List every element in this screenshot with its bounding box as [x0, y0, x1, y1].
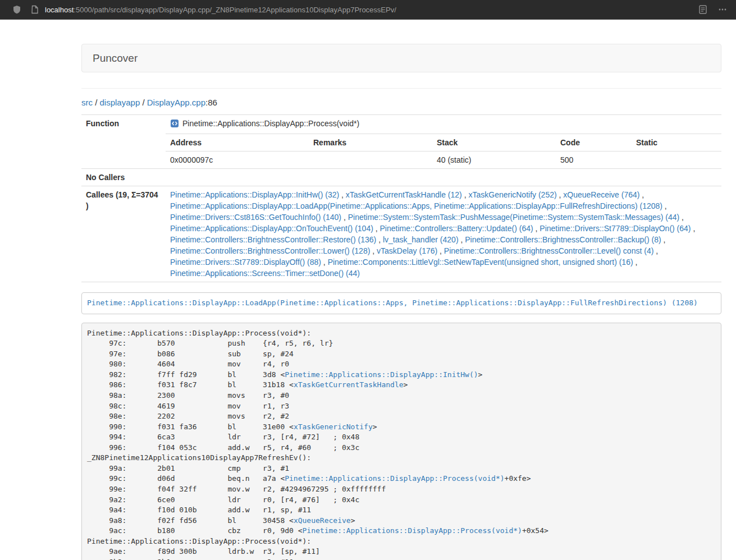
breadcrumb-separator: /: [140, 98, 147, 107]
page-icon[interactable]: [31, 5, 39, 14]
browser-chrome: localhost:5000/path/src/displayapp/Displ…: [0, 0, 736, 20]
address-value: 0x0000097c: [166, 152, 309, 169]
callee-link[interactable]: Pinetime::Controllers::Battery::Update()…: [380, 224, 533, 233]
callee-link[interactable]: xTaskGetCurrentTaskHandle (12): [346, 190, 462, 199]
disassembly-symbol-link[interactable]: xTaskGetCurrentTaskHandle: [294, 380, 404, 389]
callee-link[interactable]: lv_task_handler (420): [383, 235, 459, 244]
callee-link[interactable]: vTaskDelay (176): [377, 246, 437, 255]
shield-icon[interactable]: [12, 5, 21, 14]
breadcrumb-link[interactable]: src: [81, 98, 93, 107]
disassembly-symbol-link[interactable]: Pinetime::Applications::DisplayApp::Init…: [285, 370, 478, 379]
function-icon: [170, 119, 179, 131]
function-label: Function: [81, 115, 166, 169]
disassembly-symbol-link[interactable]: Pinetime::Applications::DisplayApp::Proc…: [303, 526, 522, 535]
loadapp-symbol-link[interactable]: Pinetime::Applications::DisplayApp::Load…: [87, 299, 698, 307]
callee-link[interactable]: Pinetime::Controllers::BrightnessControl…: [465, 235, 661, 244]
app-title: Puncover: [93, 52, 138, 65]
no-callers-row: No Callers: [81, 169, 721, 186]
app-header: Puncover: [81, 44, 721, 72]
static-value: [632, 152, 721, 169]
no-callers-label: No Callers: [81, 169, 166, 186]
callee-link[interactable]: Pinetime::Applications::DisplayApp::OnTo…: [170, 224, 373, 233]
breadcrumb-link[interactable]: displayapp: [100, 98, 140, 107]
reader-view-icon[interactable]: [699, 5, 707, 14]
column-header-address: Address: [166, 134, 309, 152]
url-bar[interactable]: localhost:5000/path/src/displayapp/Displ…: [45, 6, 396, 14]
code-value: 500: [556, 152, 632, 169]
breadcrumb-separator: /: [93, 98, 100, 107]
breadcrumb-line-number: :86: [205, 98, 217, 107]
disassembly-symbol-link[interactable]: xQueueReceive: [294, 516, 351, 525]
main-content: Puncover src / displayapp / DisplayApp.c…: [81, 44, 721, 560]
stack-value: 40 (static): [432, 152, 556, 169]
function-table: Function Pinetime::Applications::Display…: [81, 114, 721, 282]
function-stats-table: Address Remarks Stack Code Static 0x0000…: [166, 134, 721, 168]
symbol-snippet-box: Pinetime::Applications::DisplayApp::Load…: [81, 292, 721, 314]
overflow-menu-icon[interactable]: [718, 5, 727, 14]
disassembly-pre: Pinetime::Applications::DisplayApp::Proc…: [81, 323, 721, 560]
remarks-value: [309, 152, 432, 169]
callee-link[interactable]: Pinetime::Applications::Screens::Timer::…: [170, 269, 360, 278]
callee-link[interactable]: Pinetime::Controllers::BrightnessControl…: [444, 246, 653, 255]
function-name-cell: Pinetime::Applications::DisplayApp::Proc…: [166, 115, 721, 134]
callees-label: Callees (19, Σ=3704 ): [81, 186, 166, 282]
disassembly-symbol-link[interactable]: xTaskGenericNotify: [294, 423, 373, 431]
column-header-code: Code: [556, 134, 632, 152]
url-host: localhost: [45, 6, 74, 14]
callee-link[interactable]: Pinetime::Controllers::BrightnessControl…: [170, 235, 376, 244]
callee-link[interactable]: Pinetime::Drivers::St7789::DisplayOff() …: [170, 258, 321, 267]
callee-link[interactable]: xTaskGenericNotify (252): [468, 190, 556, 199]
function-row: Function Pinetime::Applications::Display…: [81, 115, 721, 134]
callees-list: Pinetime::Applications::DisplayApp::Init…: [166, 186, 721, 282]
breadcrumb-link[interactable]: DisplayApp.cpp: [147, 98, 205, 107]
column-header-static: Static: [632, 134, 721, 152]
callee-link[interactable]: Pinetime::Applications::DisplayApp::Init…: [170, 190, 339, 199]
callee-link[interactable]: Pinetime::Applications::DisplayApp::Load…: [170, 201, 662, 210]
table-row: 0x0000097c 40 (static) 500: [166, 152, 721, 169]
function-name: Pinetime::Applications::DisplayApp::Proc…: [182, 119, 359, 128]
callee-link[interactable]: Pinetime::Drivers::Cst816S::GetTouchInfo…: [170, 213, 341, 222]
callee-link[interactable]: Pinetime::Drivers::St7789::DisplayOn() (…: [540, 224, 691, 233]
callees-row: Callees (19, Σ=3704 ) Pinetime::Applicat…: [81, 186, 721, 282]
no-callers-cell: [166, 169, 721, 186]
callee-link[interactable]: Pinetime::System::SystemTask::PushMessag…: [348, 213, 680, 222]
callee-link[interactable]: xQueueReceive (764): [563, 190, 639, 199]
disassembly-symbol-link[interactable]: Pinetime::Applications::DisplayApp::Proc…: [285, 474, 504, 483]
breadcrumb: src / displayapp / DisplayApp.cpp:86: [81, 98, 721, 107]
callee-link[interactable]: Pinetime::Controllers::BrightnessControl…: [170, 246, 370, 255]
function-stats-row: Address Remarks Stack Code Static 0x0000…: [81, 134, 721, 169]
column-header-stack: Stack: [432, 134, 556, 152]
callee-link[interactable]: Pinetime::Components::LittleVgl::SetNewT…: [328, 258, 633, 267]
divider: [81, 88, 721, 89]
column-header-remarks: Remarks: [309, 134, 432, 152]
url-path: :5000/path/src/displayapp/DisplayApp.cpp…: [74, 6, 396, 14]
